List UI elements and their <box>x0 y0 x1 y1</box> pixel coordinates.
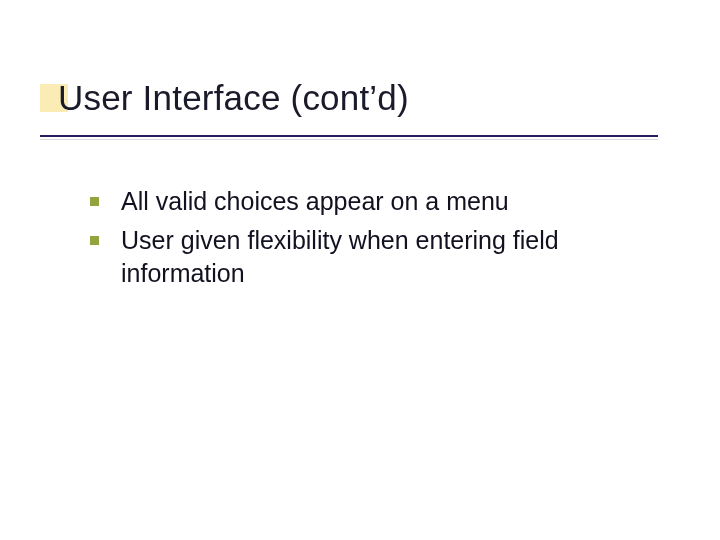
body-area: All valid choices appear on a menu User … <box>90 185 670 296</box>
bullet-text: All valid choices appear on a menu <box>121 185 509 218</box>
square-bullet-icon <box>90 236 99 245</box>
slide: User Interface (cont’d) All valid choice… <box>0 0 720 540</box>
bullet-text: User given flexibility when entering fie… <box>121 224 670 290</box>
title-block: User Interface (cont’d) <box>40 78 409 118</box>
slide-title: User Interface (cont’d) <box>58 78 409 118</box>
list-item: All valid choices appear on a menu <box>90 185 670 218</box>
title-underline <box>40 135 658 137</box>
list-item: User given flexibility when entering fie… <box>90 224 670 290</box>
square-bullet-icon <box>90 197 99 206</box>
